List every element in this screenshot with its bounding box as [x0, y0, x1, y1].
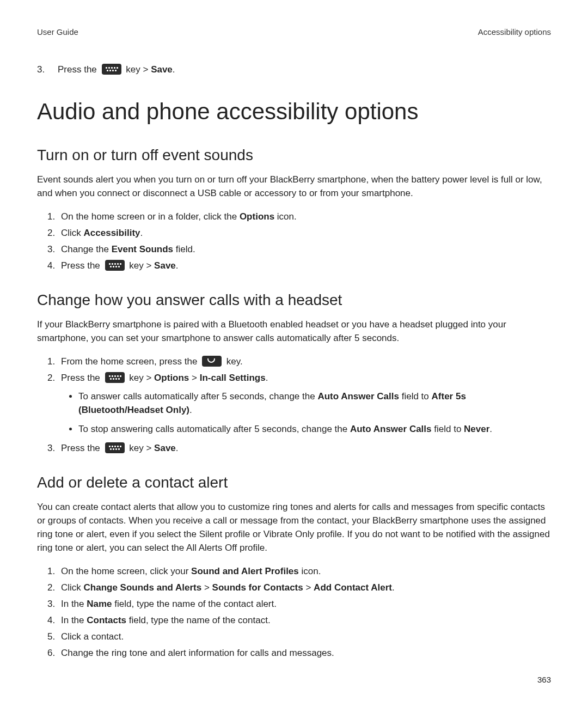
text: field.	[173, 244, 195, 254]
text: key.	[224, 356, 243, 367]
blackberry-key-icon	[105, 442, 125, 453]
save-label: Save	[151, 64, 173, 75]
steps-list: On the home screen or in a folder, click…	[37, 210, 551, 273]
text: .	[176, 260, 179, 271]
text: >	[201, 582, 212, 593]
header-right: Accessibility options	[478, 27, 551, 36]
text: field, type the name of the contact.	[126, 615, 271, 625]
text: From the home screen, press the	[61, 356, 200, 367]
text: field to	[399, 391, 432, 401]
list-item: Click a contact.	[58, 630, 551, 644]
blackberry-key-icon	[102, 64, 121, 75]
list-item: Press the key > Save.	[58, 259, 551, 273]
blackberry-key-icon	[105, 372, 125, 383]
text: .	[176, 443, 179, 453]
list-item: Click Accessibility.	[58, 226, 551, 240]
auto-answer-label: Auto Answer Calls	[350, 424, 432, 434]
text: field to	[432, 424, 464, 434]
text: .	[173, 64, 175, 75]
text: icon.	[274, 211, 297, 222]
text: Change the	[61, 244, 112, 254]
sub-list: To answer calls automatically after 5 se…	[61, 389, 551, 436]
text: .	[266, 373, 268, 383]
text: key >	[127, 373, 155, 383]
incall-settings-label: In-call Settings	[200, 373, 266, 383]
page-title: Audio and phone accessibility options	[37, 99, 551, 125]
text: .	[489, 424, 492, 434]
text: .	[140, 228, 143, 238]
list-item: Change the Event Sounds field.	[58, 242, 551, 257]
text: In the	[61, 615, 87, 625]
text: Press the	[61, 373, 103, 383]
section-heading-event-sounds: Turn on or turn off event sounds	[37, 147, 551, 164]
text: .	[392, 582, 395, 593]
text: On the home screen, click your	[61, 566, 191, 576]
text: In the	[61, 599, 87, 609]
header-left: User Guide	[37, 27, 78, 36]
list-item: From the home screen, press the key.	[58, 355, 551, 369]
section-paragraph: Event sounds alert you when you turn on …	[37, 173, 551, 200]
contacts-field-label: Contacts	[87, 615, 126, 625]
auto-answer-label: Auto Answer Calls	[317, 391, 399, 401]
text: key >	[127, 443, 155, 453]
list-item: Press the key > Save.	[58, 441, 551, 455]
options-label: Options	[154, 373, 189, 383]
text: >	[189, 373, 199, 383]
never-label: Never	[464, 424, 489, 434]
text: Press the	[58, 64, 100, 75]
continued-step: 3. Press the key > Save.	[37, 63, 551, 77]
text: Press the	[61, 260, 103, 271]
list-item: Change the ring tone and alert informati…	[58, 646, 551, 660]
steps-list: On the home screen, click your Sound and…	[37, 564, 551, 660]
section-paragraph: You can create contact alerts that allow…	[37, 500, 551, 555]
list-item: On the home screen or in a folder, click…	[58, 210, 551, 224]
section-paragraph: If your BlackBerry smartphone is paired …	[37, 318, 551, 345]
event-sounds-label: Event Sounds	[112, 244, 173, 254]
list-item: On the home screen, click your Sound and…	[58, 564, 551, 579]
text: >	[303, 582, 314, 593]
text: Press the	[61, 443, 103, 453]
page-container: User Guide Accessibility options 3. Pres…	[0, 0, 588, 706]
list-item: Click Change Sounds and Alerts > Sounds …	[58, 581, 551, 595]
list-item: To answer calls automatically after 5 se…	[78, 389, 551, 417]
change-sounds-label: Change Sounds and Alerts	[84, 582, 202, 593]
list-item: In the Contacts field, type the name of …	[58, 613, 551, 628]
step-text: Press the key > Save.	[58, 63, 175, 77]
list-item: Press the key > Options > In-call Settin…	[58, 371, 551, 436]
sound-profiles-label: Sound and Alert Profiles	[191, 566, 299, 576]
text: Click	[61, 582, 84, 593]
accessibility-label: Accessibility	[84, 228, 140, 238]
text: key >	[127, 260, 155, 271]
name-field-label: Name	[87, 599, 112, 609]
text: To stop answering calls automatically af…	[78, 424, 350, 434]
save-label: Save	[154, 443, 176, 453]
add-contact-alert-label: Add Contact Alert	[314, 582, 392, 593]
text: .	[189, 405, 192, 415]
sounds-contacts-label: Sounds for Contacts	[212, 582, 303, 593]
save-label: Save	[154, 260, 176, 271]
text: field, type the name of the contact aler…	[112, 599, 277, 609]
page-header: User Guide Accessibility options	[37, 27, 551, 36]
text: icon.	[299, 566, 321, 576]
options-label: Options	[240, 211, 274, 222]
section-heading-headset: Change how you answer calls with a heads…	[37, 291, 551, 309]
text: Click	[61, 228, 84, 238]
step-number: 3.	[37, 63, 58, 77]
text: On the home screen or in a folder, click…	[61, 211, 240, 222]
list-item: To stop answering calls automatically af…	[78, 422, 551, 436]
blackberry-key-icon	[105, 260, 125, 271]
page-number: 363	[537, 675, 551, 684]
text: To answer calls automatically after 5 se…	[78, 391, 317, 401]
list-item: In the Name field, type the name of the …	[58, 597, 551, 611]
call-key-icon	[202, 356, 222, 367]
steps-list: From the home screen, press the key. Pre…	[37, 355, 551, 455]
text: key >	[126, 64, 151, 75]
section-heading-contact-alert: Add or delete a contact alert	[37, 474, 551, 491]
